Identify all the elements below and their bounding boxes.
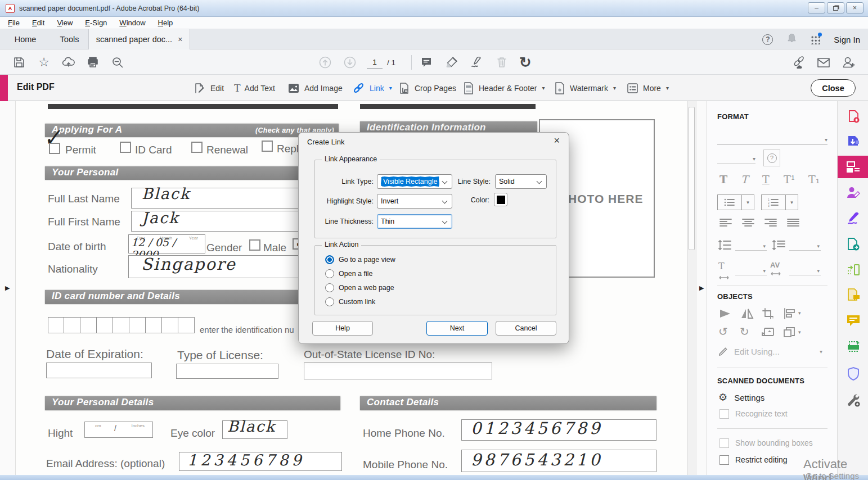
- sign-tool[interactable]: [838, 207, 868, 229]
- checkbox-id-card[interactable]: [120, 142, 131, 153]
- watermark-button[interactable]: Watermark ▾: [554, 80, 616, 96]
- more-button[interactable]: More ▾: [626, 80, 669, 96]
- radio-go-to-page-view[interactable]: [325, 255, 334, 264]
- restrict-editing-checkbox[interactable]: [719, 455, 729, 465]
- previous-page-button[interactable]: [316, 53, 334, 71]
- bullet-list-button[interactable]: [718, 195, 741, 210]
- radio-custom-link[interactable]: [325, 297, 334, 306]
- menu-edit[interactable]: Edit: [32, 19, 44, 27]
- superscript-button[interactable]: T¹: [784, 173, 795, 185]
- radio-open-a-file[interactable]: [325, 269, 334, 278]
- horizontal-scale-select[interactable]: ▾: [735, 265, 767, 275]
- sign-pen-button[interactable]: [467, 53, 485, 71]
- character-spacing-select[interactable]: ▾: [789, 265, 821, 275]
- tab-close-icon[interactable]: ×: [178, 35, 182, 44]
- subscript-button[interactable]: T₁: [808, 173, 820, 185]
- numbered-list-button[interactable]: 123: [762, 195, 785, 210]
- email-button[interactable]: [815, 53, 833, 71]
- crop-object-button[interactable]: [762, 308, 775, 321]
- delete-button[interactable]: [493, 53, 511, 71]
- edit-tool-button[interactable]: Edit: [193, 80, 224, 96]
- highlight-style-select[interactable]: Invert: [377, 194, 452, 209]
- star-favorite-button[interactable]: ☆: [35, 53, 53, 71]
- expand-left-panel-icon[interactable]: ▶: [5, 284, 10, 292]
- collapse-right-panel-icon[interactable]: ▶: [699, 284, 704, 292]
- format-help-button[interactable]: ?: [763, 150, 780, 166]
- menu-esign[interactable]: E-Sign: [85, 19, 107, 27]
- align-right-button[interactable]: [764, 218, 777, 229]
- paragraph-spacing-select[interactable]: ▾: [789, 241, 821, 251]
- align-center-button[interactable]: [742, 218, 754, 229]
- close-window-button[interactable]: ×: [846, 2, 863, 13]
- next-page-button[interactable]: [341, 53, 359, 71]
- comment-tool[interactable]: [838, 309, 868, 332]
- cancel-button[interactable]: Cancel: [496, 321, 556, 336]
- comment-button[interactable]: [417, 53, 435, 71]
- menu-view[interactable]: View: [57, 19, 73, 27]
- link-dropdown-icon[interactable]: ▾: [389, 85, 392, 91]
- tab-document[interactable]: scanned paper doc... ×: [89, 29, 190, 49]
- link-tool-button[interactable]: Link ▾: [352, 80, 392, 96]
- align-objects-dropdown[interactable]: ▾: [798, 310, 801, 316]
- tab-tools[interactable]: Tools: [51, 29, 89, 49]
- underline-button[interactable]: T: [762, 173, 770, 185]
- radio-open-a-web-page[interactable]: [325, 283, 334, 292]
- rotate-ccw-button[interactable]: ↺: [718, 325, 728, 338]
- edit-pdf-tool-active[interactable]: [838, 156, 868, 178]
- numbered-list-dropdown[interactable]: ▾: [785, 195, 798, 210]
- checkbox-male[interactable]: [249, 239, 260, 251]
- add-text-button[interactable]: T Add Text: [234, 80, 275, 96]
- font-size-select[interactable]: ▾: [717, 153, 755, 164]
- zoom-out-button[interactable]: [109, 53, 127, 71]
- dialog-close-icon[interactable]: ×: [554, 135, 560, 147]
- edit-using-dropdown[interactable]: ▾: [820, 348, 822, 355]
- line-thickness-select[interactable]: Thin: [377, 214, 452, 229]
- more-dropdown-icon[interactable]: ▾: [666, 85, 669, 91]
- bullet-list-dropdown[interactable]: ▾: [741, 195, 754, 210]
- next-button[interactable]: Next: [426, 321, 488, 336]
- align-justify-button[interactable]: [787, 218, 799, 229]
- help-button[interactable]: Help: [312, 321, 373, 336]
- settings-button[interactable]: ⚙ Settings: [718, 391, 764, 404]
- menu-help[interactable]: Help: [158, 19, 173, 27]
- checkbox-permit[interactable]: [49, 143, 60, 154]
- line-style-select[interactable]: Solid: [495, 174, 547, 189]
- fill-sign-tool[interactable]: [838, 182, 868, 204]
- flip-horizontal-button[interactable]: [740, 308, 754, 321]
- upload-cloud-button[interactable]: [60, 53, 78, 71]
- prepare-form-tool[interactable]: [838, 259, 868, 281]
- share-pdf-tool[interactable]: [838, 233, 868, 256]
- bold-button[interactable]: T: [719, 173, 727, 185]
- rotate-cw-button[interactable]: ↻: [740, 325, 749, 338]
- page-number-input[interactable]: [367, 56, 383, 69]
- sign-in-link[interactable]: Sign In: [834, 35, 860, 44]
- line-spacing-select[interactable]: ▾: [735, 241, 767, 251]
- header-footer-dropdown-icon[interactable]: ▾: [542, 85, 545, 91]
- tab-home[interactable]: Home: [0, 29, 51, 49]
- notifications-bell-icon[interactable]: [786, 33, 797, 46]
- help-icon[interactable]: ?: [762, 34, 773, 45]
- vertical-scrollbar[interactable]: [687, 101, 696, 476]
- save-button[interactable]: [10, 53, 28, 71]
- font-family-select[interactable]: ▾: [717, 134, 827, 145]
- arrange-objects-dropdown[interactable]: ▾: [798, 329, 801, 335]
- align-objects-button[interactable]: [784, 308, 797, 321]
- scrollbar-thumb[interactable]: [689, 107, 695, 250]
- header-footer-button[interactable]: Header & Footer ▾: [462, 80, 545, 96]
- color-swatch-button[interactable]: [494, 193, 507, 206]
- align-left-button[interactable]: [719, 218, 732, 229]
- protect-pdf-tool[interactable]: [838, 363, 868, 385]
- minimize-button[interactable]: –: [808, 2, 825, 13]
- watermark-dropdown-icon[interactable]: ▾: [613, 85, 616, 91]
- recognize-text-checkbox[interactable]: [719, 409, 729, 419]
- add-image-button[interactable]: Add Image: [287, 80, 343, 96]
- checkbox-renewal[interactable]: [191, 142, 203, 153]
- show-bounding-boxes-checkbox[interactable]: [719, 438, 729, 448]
- undo-button[interactable]: ↻: [516, 53, 534, 71]
- share-link-button[interactable]: [790, 53, 808, 71]
- checkbox-replacement[interactable]: [262, 141, 273, 152]
- create-pdf-tool[interactable]: [838, 106, 868, 128]
- link-type-select[interactable]: Visible Rectangle: [377, 174, 452, 189]
- close-edit-pdf-button[interactable]: Close: [811, 79, 856, 97]
- menu-file[interactable]: File: [8, 19, 20, 27]
